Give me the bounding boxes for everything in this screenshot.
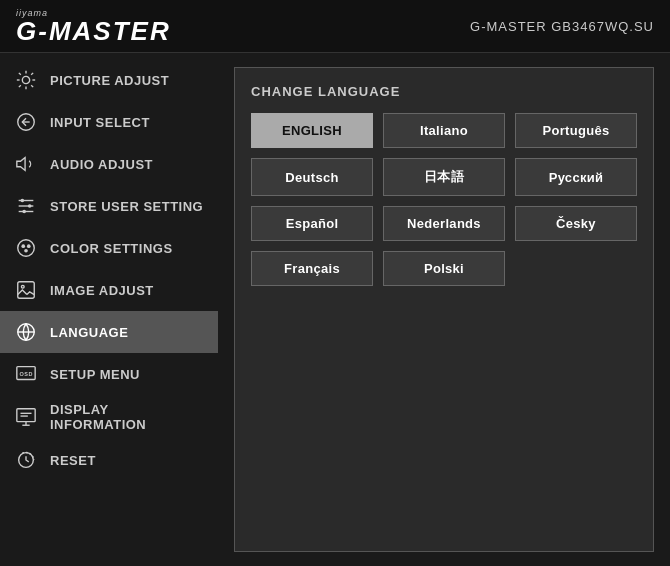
language-button-русский[interactable]: Русский	[515, 158, 637, 196]
sidebar-item-image-adjust[interactable]: IMAGE ADJUST	[0, 269, 218, 311]
sidebar-item-color-settings[interactable]: COLOR SETTINGS	[0, 227, 218, 269]
osd-icon: OSD	[12, 360, 40, 388]
language-button-česky[interactable]: Česky	[515, 206, 637, 241]
sidebar-item-reset[interactable]: RESET	[0, 439, 218, 481]
svg-point-15	[21, 199, 25, 203]
sun-icon	[12, 66, 40, 94]
sidebar-item-audio-adjust[interactable]: AUDIO ADJUST	[0, 143, 218, 185]
svg-point-20	[27, 244, 31, 248]
language-button-deutsch[interactable]: Deutsch	[251, 158, 373, 196]
reset-icon	[12, 446, 40, 474]
sidebar-label-picture-adjust: PICTURE ADJUST	[50, 73, 169, 88]
svg-line-6	[31, 85, 33, 87]
sidebar-label-reset: RESET	[50, 453, 96, 468]
svg-line-8	[31, 73, 33, 75]
language-grid-empty	[515, 251, 637, 286]
input-icon	[12, 108, 40, 136]
language-button-nederlands[interactable]: Nederlands	[383, 206, 505, 241]
sidebar-item-picture-adjust[interactable]: PICTURE ADJUST	[0, 59, 218, 101]
sidebar-label-display-information: DISPLAY INFORMATION	[50, 402, 206, 432]
change-language-box: CHANGE LANGUAGE ENGLISHItalianoPortuguês…	[234, 67, 654, 552]
language-button-español[interactable]: Español	[251, 206, 373, 241]
svg-point-19	[21, 244, 25, 248]
sidebar-label-setup-menu: SETUP MENU	[50, 367, 140, 382]
svg-rect-28	[17, 409, 35, 422]
sidebar-label-image-adjust: IMAGE ADJUST	[50, 283, 154, 298]
logo-gmaster: G-MASTER	[16, 18, 171, 44]
svg-point-21	[24, 249, 28, 253]
sidebar-item-store-user-setting[interactable]: STORE USER SETTING	[0, 185, 218, 227]
model-name: G-MASTER GB3467WQ.SU	[470, 19, 654, 34]
sidebar-label-store-user-setting: STORE USER SETTING	[50, 199, 203, 214]
svg-point-23	[21, 285, 24, 288]
main-content: PICTURE ADJUST INPUT SELECT AUDIO ADJUST…	[0, 53, 670, 566]
svg-point-16	[28, 204, 32, 208]
svg-text:OSD: OSD	[20, 371, 33, 377]
svg-point-0	[22, 76, 29, 83]
change-language-title: CHANGE LANGUAGE	[251, 84, 637, 99]
language-button-日本語[interactable]: 日本語	[383, 158, 505, 196]
svg-point-18	[18, 240, 35, 257]
top-bar: iiyama G-MASTER G-MASTER GB3467WQ.SU	[0, 0, 670, 53]
language-button-français[interactable]: Français	[251, 251, 373, 286]
logo-area: iiyama G-MASTER	[16, 8, 171, 44]
svg-line-5	[19, 73, 21, 75]
sidebar-item-language[interactable]: LANGUAGE	[0, 311, 218, 353]
language-grid: ENGLISHItalianoPortuguêsDeutsch日本語Русски…	[251, 113, 637, 286]
color-icon	[12, 234, 40, 262]
display-icon	[12, 403, 40, 431]
language-button-italiano[interactable]: Italiano	[383, 113, 505, 148]
image-icon	[12, 276, 40, 304]
content-panel: CHANGE LANGUAGE ENGLISHItalianoPortuguês…	[218, 53, 670, 566]
sidebar-item-setup-menu[interactable]: OSD SETUP MENU	[0, 353, 218, 395]
sidebar: PICTURE ADJUST INPUT SELECT AUDIO ADJUST…	[0, 53, 218, 566]
speaker-icon	[12, 150, 40, 178]
language-button-português[interactable]: Português	[515, 113, 637, 148]
language-button-polski[interactable]: Polski	[383, 251, 505, 286]
svg-rect-22	[18, 282, 35, 299]
sidebar-label-input-select: INPUT SELECT	[50, 115, 150, 130]
sidebar-item-input-select[interactable]: INPUT SELECT	[0, 101, 218, 143]
svg-point-17	[22, 210, 26, 214]
language-button-english[interactable]: ENGLISH	[251, 113, 373, 148]
sliders-icon	[12, 192, 40, 220]
sidebar-label-audio-adjust: AUDIO ADJUST	[50, 157, 153, 172]
svg-line-7	[19, 85, 21, 87]
sidebar-label-color-settings: COLOR SETTINGS	[50, 241, 173, 256]
globe-icon	[12, 318, 40, 346]
sidebar-item-display-information[interactable]: DISPLAY INFORMATION	[0, 395, 218, 439]
sidebar-label-language: LANGUAGE	[50, 325, 128, 340]
svg-marker-11	[17, 158, 25, 171]
